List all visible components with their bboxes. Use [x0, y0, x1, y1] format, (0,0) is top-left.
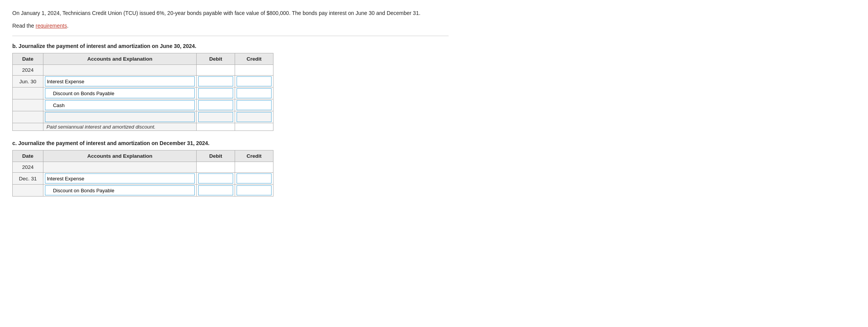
- note-label-b: Paid semiannual interest and amortized d…: [45, 123, 157, 131]
- date-jun30: Jun. 30: [13, 76, 43, 88]
- debit-cash-input-b[interactable]: [198, 100, 233, 110]
- debit-interest-b: [197, 76, 235, 88]
- credit-cash-b: [235, 99, 273, 111]
- credit-interest-input-c[interactable]: [237, 173, 272, 183]
- account-discount-b: [43, 88, 196, 99]
- date-empty-c: [13, 185, 43, 197]
- read-line: Read the requirements.: [12, 23, 449, 29]
- year-accounts-c: [43, 162, 196, 173]
- intro-text: On January 1, 2024, Technicians Credit U…: [12, 9, 449, 17]
- account-interest-expense-c: [43, 173, 196, 185]
- date-dec31: Dec. 31: [13, 173, 43, 185]
- period: .: [67, 23, 68, 29]
- debit-cash-b: [197, 99, 235, 111]
- header-accounts-b: Accounts and Explanation: [43, 53, 196, 65]
- credit-cash-input-b[interactable]: [237, 100, 272, 110]
- date-empty-1: [13, 88, 43, 99]
- debit-discount-input-c[interactable]: [198, 185, 233, 195]
- note-debit-b: [197, 123, 235, 131]
- debit-interest-input-c[interactable]: [198, 173, 233, 183]
- date-empty-2: [13, 99, 43, 111]
- note-text-b: Paid semiannual interest and amortized d…: [43, 123, 196, 131]
- year-cell-c: 2024: [13, 162, 43, 173]
- header-date-c: Date: [13, 150, 43, 162]
- divider: [12, 36, 449, 36]
- table-row: Paid semiannual interest and amortized d…: [13, 123, 273, 131]
- year-credit-b: [235, 65, 273, 76]
- year-credit-c: [235, 162, 273, 173]
- read-text: Read the: [12, 23, 36, 29]
- header-accounts-c: Accounts and Explanation: [43, 150, 196, 162]
- interest-expense-input-c[interactable]: [45, 173, 195, 183]
- table-row: [13, 99, 273, 111]
- blank-credit-b: [235, 111, 273, 123]
- section-b-label: b. Journalize the payment of interest an…: [12, 43, 449, 49]
- blank-date-b: [13, 111, 43, 123]
- section-c-desc: Journalize the payment of interest and a…: [18, 140, 210, 146]
- credit-discount-input-b[interactable]: [237, 88, 272, 98]
- account-cash-b: [43, 99, 196, 111]
- credit-discount-b: [235, 88, 273, 99]
- blank-input-b[interactable]: [45, 112, 195, 122]
- credit-interest-b: [235, 76, 273, 88]
- note-date-b: [13, 123, 43, 131]
- header-credit-b: Credit: [235, 53, 273, 65]
- year-cell-b: 2024: [13, 65, 43, 76]
- blank-accounts-b: [43, 111, 196, 123]
- credit-interest-c: [235, 173, 273, 185]
- table-row: [13, 111, 273, 123]
- debit-interest-c: [197, 173, 235, 185]
- table-row: Dec. 31: [13, 173, 273, 185]
- requirements-link[interactable]: requirements: [36, 23, 67, 29]
- header-debit-b: Debit: [197, 53, 235, 65]
- interest-expense-input-b[interactable]: [45, 76, 195, 86]
- debit-discount-c: [197, 185, 235, 197]
- credit-interest-input-b[interactable]: [237, 76, 272, 86]
- blank-credit-input-b[interactable]: [237, 112, 272, 122]
- header-date-b: Date: [13, 53, 43, 65]
- discount-bonds-input-c[interactable]: [45, 185, 195, 195]
- table-row: 2024: [13, 65, 273, 76]
- section-c-letter: c.: [12, 140, 17, 146]
- section-b-letter: b.: [12, 43, 17, 49]
- debit-discount-b: [197, 88, 235, 99]
- table-row: [13, 185, 273, 197]
- table-row: Jun. 30: [13, 76, 273, 88]
- section-b-desc: Journalize the payment of interest and a…: [18, 43, 196, 49]
- header-debit-c: Debit: [197, 150, 235, 162]
- journal-table-c: Date Accounts and Explanation Debit Cred…: [12, 150, 273, 197]
- note-credit-b: [235, 123, 273, 131]
- table-row: [13, 88, 273, 99]
- section-c-label: c. Journalize the payment of interest an…: [12, 140, 449, 146]
- year-debit-c: [197, 162, 235, 173]
- year-debit-b: [197, 65, 235, 76]
- table-row: 2024: [13, 162, 273, 173]
- blank-debit-input-b[interactable]: [198, 112, 233, 122]
- account-interest-expense-b: [43, 76, 196, 88]
- debit-discount-input-b[interactable]: [198, 88, 233, 98]
- cash-input-b[interactable]: [45, 100, 195, 110]
- header-credit-c: Credit: [235, 150, 273, 162]
- credit-discount-input-c[interactable]: [237, 185, 272, 195]
- debit-interest-input-b[interactable]: [198, 76, 233, 86]
- account-discount-c: [43, 185, 196, 197]
- blank-debit-b: [197, 111, 235, 123]
- discount-bonds-input-b[interactable]: [45, 88, 195, 98]
- journal-table-b: Date Accounts and Explanation Debit Cred…: [12, 53, 273, 131]
- credit-discount-c: [235, 185, 273, 197]
- year-accounts-b: [43, 65, 196, 76]
